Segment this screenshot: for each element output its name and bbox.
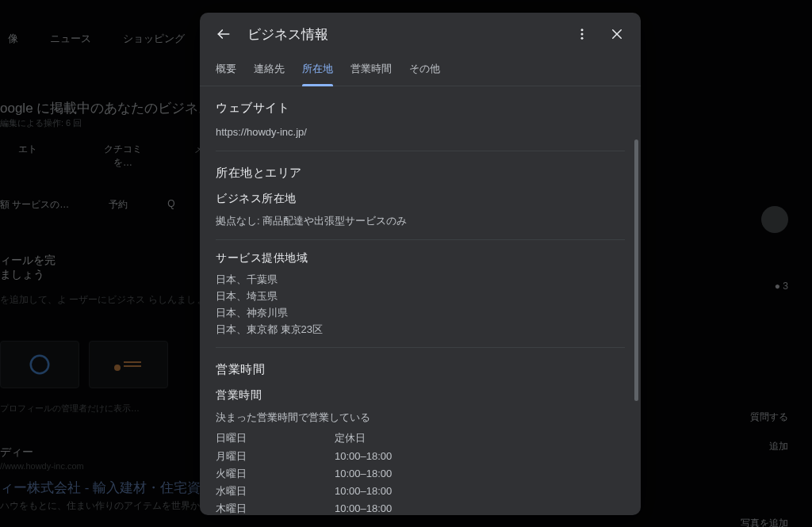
divider xyxy=(216,239,625,240)
hours-row: 月曜日 10:00–18:00 xyxy=(216,448,625,465)
hours-row: 水曜日 10:00–18:00 xyxy=(216,483,625,500)
more-vertical-icon xyxy=(575,27,589,41)
hours-day: 火曜日 xyxy=(216,465,335,483)
hours-day: 月曜日 xyxy=(216,448,335,465)
hours-section-heading: 営業時間 xyxy=(216,362,625,377)
business-info-modal: ビジネス情報 概要 連絡先 所在地 営業時間 その他 ウェブサイト https:… xyxy=(200,13,641,515)
tab-location[interactable]: 所在地 xyxy=(302,55,333,86)
divider xyxy=(216,151,625,151)
hours-row: 木曜日 10:00–18:00 xyxy=(216,500,625,515)
service-area-item: 日本、埼玉県 xyxy=(216,288,625,305)
modal-body[interactable]: ウェブサイト https://howdy-inc.jp/ 所在地とエリア ビジネ… xyxy=(200,86,641,515)
hours-time: 10:00–18:00 xyxy=(335,465,392,483)
arrow-left-icon xyxy=(216,26,232,42)
tab-hours[interactable]: 営業時間 xyxy=(350,55,392,86)
service-area-list[interactable]: 日本、千葉県 日本、埼玉県 日本、神奈川県 日本、東京都 東京23区 xyxy=(216,272,625,338)
svg-point-5 xyxy=(581,29,584,31)
hours-table: 日曜日 定休日 月曜日 10:00–18:00 火曜日 10:00–18:00 … xyxy=(216,430,625,515)
hours-row: 火曜日 10:00–18:00 xyxy=(216,465,625,483)
svg-point-6 xyxy=(581,33,584,36)
business-location-heading: ビジネス所在地 xyxy=(216,192,625,206)
svg-point-7 xyxy=(581,37,584,40)
modal-header: ビジネス情報 xyxy=(200,13,641,55)
website-value[interactable]: https://howdy-inc.jp/ xyxy=(216,124,625,141)
close-button[interactable] xyxy=(606,23,628,45)
hours-day: 日曜日 xyxy=(216,430,335,447)
hours-day: 木曜日 xyxy=(216,500,335,515)
location-area-heading: 所在地とエリア xyxy=(216,166,625,181)
back-button[interactable] xyxy=(213,23,235,45)
hours-note[interactable]: 決まった営業時間で営業している xyxy=(216,409,625,426)
hours-time: 10:00–18:00 xyxy=(335,500,392,515)
modal-title: ビジネス情報 xyxy=(247,25,558,44)
website-heading: ウェブサイト xyxy=(216,101,625,116)
service-area-heading: サービス提供地域 xyxy=(216,251,625,265)
service-area-item: 日本、神奈川県 xyxy=(216,305,625,322)
hours-subheading: 営業時間 xyxy=(216,388,625,403)
tab-other[interactable]: その他 xyxy=(409,55,440,86)
tab-contact[interactable]: 連絡先 xyxy=(254,55,285,86)
scrollbar-thumb[interactable] xyxy=(634,139,638,401)
close-icon xyxy=(610,27,624,41)
service-area-item: 日本、千葉県 xyxy=(216,272,625,288)
modal-tabs: 概要 連絡先 所在地 営業時間 その他 xyxy=(200,55,641,86)
service-area-item: 日本、東京都 東京23区 xyxy=(216,322,625,338)
hours-time: 10:00–18:00 xyxy=(335,448,392,465)
more-options-button[interactable] xyxy=(571,23,593,45)
hours-row: 日曜日 定休日 xyxy=(216,430,625,447)
hours-time: 定休日 xyxy=(335,430,366,447)
divider xyxy=(216,347,625,348)
hours-day: 水曜日 xyxy=(216,483,335,500)
hours-time: 10:00–18:00 xyxy=(335,483,392,500)
tab-overview[interactable]: 概要 xyxy=(216,55,236,86)
business-location-value[interactable]: 拠点なし: 商品配達や出張型サービスのみ xyxy=(216,212,625,230)
